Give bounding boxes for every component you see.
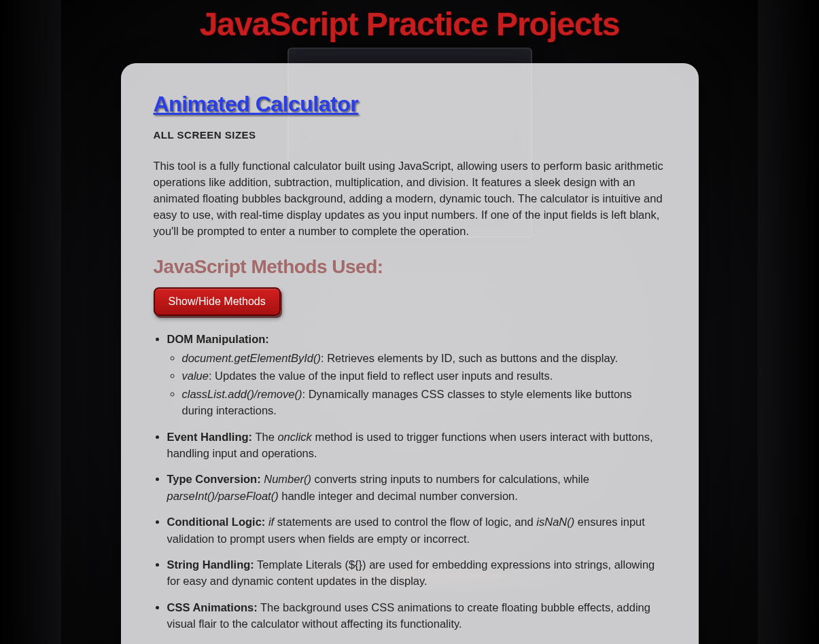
code-ref: onclick — [277, 431, 311, 443]
code-ref: classList.add()/remove() — [182, 388, 302, 400]
code-ref: value — [182, 370, 209, 382]
list-item: String Handling: Template Literals (${})… — [167, 556, 666, 590]
page-title: JavaScript Practice Projects — [0, 0, 819, 63]
code-ref: isNaN() — [536, 516, 574, 528]
code-ref: if — [268, 516, 274, 528]
method-label: Type Conversion: — [167, 473, 261, 485]
code-ref: document.getElementById() — [182, 352, 321, 364]
list-item: DOM Manipulation: document.getElementByI… — [167, 331, 666, 419]
methods-list: DOM Manipulation: document.getElementByI… — [154, 331, 666, 632]
method-text: statements are used to control the flow … — [274, 516, 536, 528]
list-item: Type Conversion: Number() converts strin… — [167, 471, 666, 504]
project-card: Animated Calculator ALL SCREEN SIZES Thi… — [121, 63, 699, 644]
code-ref: Number() — [264, 473, 311, 485]
methods-heading: JavaScript Methods Used: — [154, 256, 666, 278]
list-item: document.getElementById(): Retrieves ele… — [182, 350, 666, 366]
project-description: This tool is a fully functional calculat… — [154, 158, 666, 240]
list-item: value: Updates the value of the input fi… — [182, 368, 666, 384]
method-label: Conditional Logic: — [167, 516, 266, 528]
list-item: Event Handling: The onclick method is us… — [167, 429, 666, 462]
method-label: CSS Animations: — [167, 601, 258, 613]
method-text: handle integer and decimal number conver… — [279, 490, 518, 502]
toggle-methods-button[interactable]: Show/Hide Methods — [154, 287, 281, 316]
list-item: CSS Animations: The background uses CSS … — [167, 599, 666, 632]
list-item: Conditional Logic: if statements are use… — [167, 514, 666, 547]
method-label: String Handling: — [167, 558, 254, 571]
sublist: document.getElementById(): Retrieves ele… — [167, 350, 666, 419]
code-ref: parseInt()/parseFloat() — [167, 490, 279, 502]
method-text: The — [252, 431, 277, 443]
method-text: : Updates the value of the input field t… — [209, 370, 553, 382]
method-text: converts string inputs to numbers for ca… — [311, 473, 589, 485]
method-label: DOM Manipulation: — [167, 333, 269, 345]
project-title-link[interactable]: Animated Calculator — [154, 92, 359, 117]
method-label: Event Handling: — [167, 431, 253, 443]
list-item: classList.add()/remove(): Dynamically ma… — [182, 386, 666, 419]
screen-sizes-label: ALL SCREEN SIZES — [154, 129, 666, 141]
method-text: : Retrieves elements by ID, such as butt… — [321, 352, 618, 364]
